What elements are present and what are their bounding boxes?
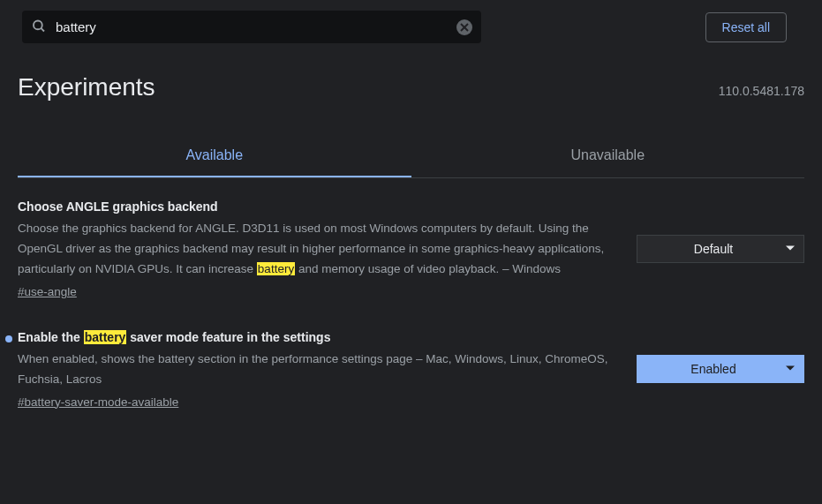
flag-body: Choose ANGLE graphics backend Choose the… — [18, 199, 619, 298]
flag-title-text: saver mode feature in the settings — [126, 330, 330, 344]
tab-unavailable[interactable]: Unavailable — [411, 135, 805, 177]
tabs: Available Unavailable — [18, 135, 804, 178]
version-label: 110.0.5481.178 — [719, 84, 804, 98]
flag-select-wrap: Default — [637, 235, 804, 263]
flag-permalink[interactable]: #use-angle — [18, 285, 77, 298]
flag-title-text: Enable the — [18, 330, 84, 344]
flag-desc-text: and memory usage of video playback. – Wi… — [295, 262, 561, 275]
search-highlight: battery — [257, 262, 295, 275]
flag-row: Choose ANGLE graphics backend Choose the… — [18, 178, 804, 309]
top-bar: Reset all — [0, 0, 822, 54]
flag-select[interactable]: Default — [637, 235, 804, 263]
search-icon — [31, 18, 47, 36]
header-row: Experiments 110.0.5481.178 — [18, 54, 804, 110]
flag-body: Enable the battery saver mode feature in… — [18, 330, 619, 409]
reset-all-button[interactable]: Reset all — [705, 12, 787, 42]
search-container — [22, 11, 481, 43]
tab-available[interactable]: Available — [18, 135, 411, 177]
flag-select[interactable]: Enabled — [637, 355, 804, 383]
svg-point-0 — [34, 20, 42, 29]
modified-indicator-icon — [5, 335, 12, 342]
flag-row: Enable the battery saver mode feature in… — [18, 309, 804, 419]
flag-title: Enable the battery saver mode feature in… — [18, 330, 610, 344]
page-title: Experiments — [18, 73, 155, 102]
flag-description: Choose the graphics backend for ANGLE. D… — [18, 219, 610, 280]
flag-title: Choose ANGLE graphics backend — [18, 199, 610, 214]
flag-select-wrap: Enabled — [637, 355, 804, 383]
content-scroll[interactable]: Experiments 110.0.5481.178 Available Una… — [0, 54, 822, 503]
flag-permalink[interactable]: #battery-saver-mode-available — [18, 395, 178, 409]
flag-description: When enabled, shows the battery section … — [18, 350, 610, 390]
search-input[interactable] — [22, 11, 481, 43]
svg-line-1 — [41, 28, 44, 31]
search-highlight: battery — [84, 330, 127, 344]
clear-icon[interactable] — [456, 19, 472, 35]
